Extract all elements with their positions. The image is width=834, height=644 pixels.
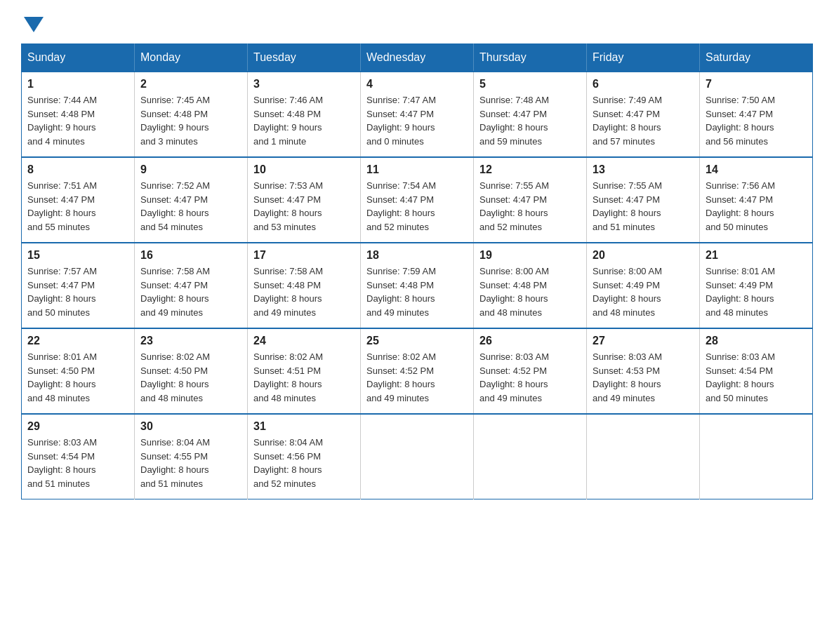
- day-number: 27: [593, 335, 694, 347]
- calendar-cell: 23Sunrise: 8:02 AMSunset: 4:50 PMDayligh…: [135, 328, 248, 414]
- calendar-cell: 18Sunrise: 7:59 AMSunset: 4:48 PMDayligh…: [361, 243, 474, 328]
- calendar-cell: 15Sunrise: 7:57 AMSunset: 4:47 PMDayligh…: [22, 243, 135, 328]
- day-number: 30: [140, 420, 241, 433]
- day-info: Sunrise: 7:47 AMSunset: 4:47 PMDaylight:…: [366, 93, 468, 148]
- day-number: 1: [27, 78, 128, 90]
- day-number: 25: [366, 335, 468, 347]
- calendar-cell: 8Sunrise: 7:51 AMSunset: 4:47 PMDaylight…: [22, 157, 135, 243]
- day-number: 28: [706, 335, 807, 347]
- calendar-cell: 7Sunrise: 7:50 AMSunset: 4:47 PMDaylight…: [700, 72, 813, 157]
- calendar-cell: 21Sunrise: 8:01 AMSunset: 4:49 PMDayligh…: [700, 243, 813, 328]
- calendar-cell: 11Sunrise: 7:54 AMSunset: 4:47 PMDayligh…: [361, 157, 474, 243]
- day-number: 31: [253, 420, 355, 433]
- day-number: 11: [366, 163, 468, 176]
- calendar-cell: 26Sunrise: 8:03 AMSunset: 4:52 PMDayligh…: [474, 328, 587, 414]
- day-number: 24: [253, 335, 355, 347]
- calendar-cell: 1Sunrise: 7:44 AMSunset: 4:48 PMDaylight…: [22, 72, 135, 157]
- day-info: Sunrise: 8:04 AMSunset: 4:56 PMDaylight:…: [253, 436, 355, 490]
- calendar-cell: 29Sunrise: 8:03 AMSunset: 4:54 PMDayligh…: [22, 414, 135, 499]
- day-info: Sunrise: 7:50 AMSunset: 4:47 PMDaylight:…: [706, 93, 807, 148]
- day-number: 21: [706, 249, 807, 262]
- calendar-week-3: 15Sunrise: 7:57 AMSunset: 4:47 PMDayligh…: [22, 243, 813, 328]
- day-info: Sunrise: 8:03 AMSunset: 4:52 PMDaylight:…: [479, 350, 581, 405]
- day-number: 10: [253, 163, 355, 176]
- calendar-cell: 10Sunrise: 7:53 AMSunset: 4:47 PMDayligh…: [248, 157, 361, 243]
- day-number: 12: [479, 163, 581, 176]
- day-info: Sunrise: 7:46 AMSunset: 4:48 PMDaylight:…: [253, 93, 355, 148]
- day-info: Sunrise: 7:45 AMSunset: 4:48 PMDaylight:…: [140, 93, 241, 148]
- calendar-cell: 31Sunrise: 8:04 AMSunset: 4:56 PMDayligh…: [248, 414, 361, 499]
- day-info: Sunrise: 7:44 AMSunset: 4:48 PMDaylight:…: [27, 93, 128, 148]
- weekday-header-saturday: Saturday: [700, 44, 813, 72]
- day-number: 8: [27, 163, 128, 176]
- day-number: 13: [593, 163, 694, 176]
- weekday-header-friday: Friday: [587, 44, 700, 72]
- day-info: Sunrise: 7:59 AMSunset: 4:48 PMDaylight:…: [366, 264, 468, 319]
- day-number: 9: [140, 163, 241, 176]
- calendar-cell: 24Sunrise: 8:02 AMSunset: 4:51 PMDayligh…: [248, 328, 361, 414]
- calendar-header-row: SundayMondayTuesdayWednesdayThursdayFrid…: [22, 44, 813, 72]
- weekday-header-wednesday: Wednesday: [361, 44, 474, 72]
- day-info: Sunrise: 7:54 AMSunset: 4:47 PMDaylight:…: [366, 179, 468, 234]
- calendar-cell: 17Sunrise: 7:58 AMSunset: 4:48 PMDayligh…: [248, 243, 361, 328]
- day-info: Sunrise: 8:03 AMSunset: 4:54 PMDaylight:…: [706, 350, 807, 405]
- day-info: Sunrise: 8:01 AMSunset: 4:50 PMDaylight:…: [27, 350, 128, 405]
- calendar-table: SundayMondayTuesdayWednesdayThursdayFrid…: [21, 43, 813, 499]
- day-number: 16: [140, 249, 241, 262]
- day-number: 22: [27, 335, 128, 347]
- day-number: 23: [140, 335, 241, 347]
- day-info: Sunrise: 7:48 AMSunset: 4:47 PMDaylight:…: [479, 93, 581, 148]
- day-info: Sunrise: 7:49 AMSunset: 4:47 PMDaylight:…: [593, 93, 694, 148]
- day-info: Sunrise: 7:57 AMSunset: 4:47 PMDaylight:…: [27, 264, 128, 319]
- day-info: Sunrise: 7:51 AMSunset: 4:47 PMDaylight:…: [27, 179, 128, 234]
- calendar-cell: 27Sunrise: 8:03 AMSunset: 4:53 PMDayligh…: [587, 328, 700, 414]
- logo: [21, 14, 44, 29]
- weekday-header-thursday: Thursday: [474, 44, 587, 72]
- calendar-week-2: 8Sunrise: 7:51 AMSunset: 4:47 PMDaylight…: [22, 157, 813, 243]
- weekday-header-sunday: Sunday: [22, 44, 135, 72]
- calendar-cell: [361, 414, 474, 499]
- calendar-cell: 6Sunrise: 7:49 AMSunset: 4:47 PMDaylight…: [587, 72, 700, 157]
- calendar-cell: 30Sunrise: 8:04 AMSunset: 4:55 PMDayligh…: [135, 414, 248, 499]
- day-info: Sunrise: 8:00 AMSunset: 4:48 PMDaylight:…: [479, 264, 581, 319]
- calendar-cell: 5Sunrise: 7:48 AMSunset: 4:47 PMDaylight…: [474, 72, 587, 157]
- day-number: 4: [366, 78, 468, 90]
- calendar-cell: 13Sunrise: 7:55 AMSunset: 4:47 PMDayligh…: [587, 157, 700, 243]
- day-info: Sunrise: 8:04 AMSunset: 4:55 PMDaylight:…: [140, 436, 241, 490]
- day-info: Sunrise: 7:56 AMSunset: 4:47 PMDaylight:…: [706, 179, 807, 234]
- calendar-week-4: 22Sunrise: 8:01 AMSunset: 4:50 PMDayligh…: [22, 328, 813, 414]
- day-info: Sunrise: 7:58 AMSunset: 4:47 PMDaylight:…: [140, 264, 241, 319]
- day-info: Sunrise: 7:52 AMSunset: 4:47 PMDaylight:…: [140, 179, 241, 234]
- calendar-cell: 12Sunrise: 7:55 AMSunset: 4:47 PMDayligh…: [474, 157, 587, 243]
- calendar-cell: 9Sunrise: 7:52 AMSunset: 4:47 PMDaylight…: [135, 157, 248, 243]
- day-number: 14: [706, 163, 807, 176]
- day-number: 26: [479, 335, 581, 347]
- calendar-cell: 25Sunrise: 8:02 AMSunset: 4:52 PMDayligh…: [361, 328, 474, 414]
- day-info: Sunrise: 8:00 AMSunset: 4:49 PMDaylight:…: [593, 264, 694, 319]
- day-number: 18: [366, 249, 468, 262]
- weekday-header-tuesday: Tuesday: [248, 44, 361, 72]
- calendar-cell: 14Sunrise: 7:56 AMSunset: 4:47 PMDayligh…: [700, 157, 813, 243]
- calendar-cell: 3Sunrise: 7:46 AMSunset: 4:48 PMDaylight…: [248, 72, 361, 157]
- day-number: 7: [706, 78, 807, 90]
- day-number: 20: [593, 249, 694, 262]
- calendar-week-5: 29Sunrise: 8:03 AMSunset: 4:54 PMDayligh…: [22, 414, 813, 499]
- calendar-cell: 28Sunrise: 8:03 AMSunset: 4:54 PMDayligh…: [700, 328, 813, 414]
- calendar-cell: 16Sunrise: 7:58 AMSunset: 4:47 PMDayligh…: [135, 243, 248, 328]
- day-info: Sunrise: 8:01 AMSunset: 4:49 PMDaylight:…: [706, 264, 807, 319]
- logo-general-text: [21, 14, 44, 32]
- calendar-cell: 19Sunrise: 8:00 AMSunset: 4:48 PMDayligh…: [474, 243, 587, 328]
- day-info: Sunrise: 7:55 AMSunset: 4:47 PMDaylight:…: [479, 179, 581, 234]
- day-number: 2: [140, 78, 241, 90]
- day-info: Sunrise: 8:03 AMSunset: 4:54 PMDaylight:…: [27, 436, 128, 490]
- calendar-cell: [587, 414, 700, 499]
- day-info: Sunrise: 7:53 AMSunset: 4:47 PMDaylight:…: [253, 179, 355, 234]
- day-info: Sunrise: 8:02 AMSunset: 4:52 PMDaylight:…: [366, 350, 468, 405]
- calendar-week-1: 1Sunrise: 7:44 AMSunset: 4:48 PMDaylight…: [22, 72, 813, 157]
- calendar-cell: 2Sunrise: 7:45 AMSunset: 4:48 PMDaylight…: [135, 72, 248, 157]
- day-info: Sunrise: 8:02 AMSunset: 4:51 PMDaylight:…: [253, 350, 355, 405]
- day-info: Sunrise: 8:03 AMSunset: 4:53 PMDaylight:…: [593, 350, 694, 405]
- page-header: [21, 14, 813, 29]
- calendar-cell: 22Sunrise: 8:01 AMSunset: 4:50 PMDayligh…: [22, 328, 135, 414]
- day-info: Sunrise: 7:55 AMSunset: 4:47 PMDaylight:…: [593, 179, 694, 234]
